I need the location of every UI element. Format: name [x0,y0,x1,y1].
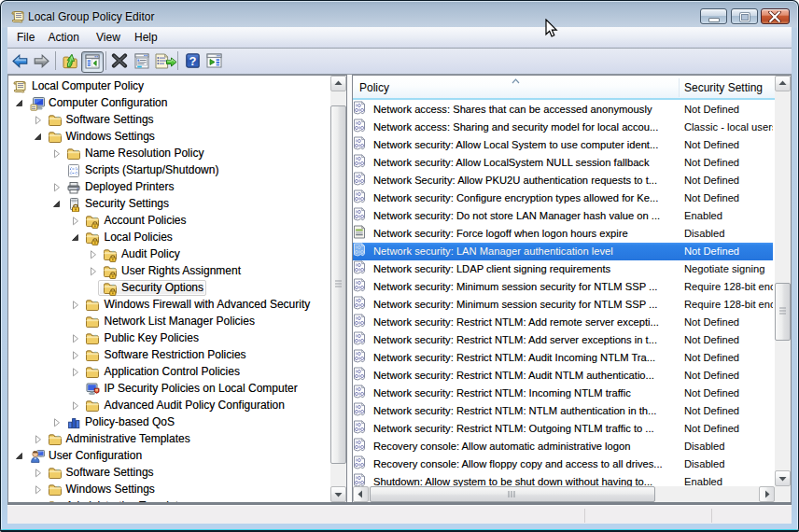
svg-text:?: ? [189,54,197,68]
